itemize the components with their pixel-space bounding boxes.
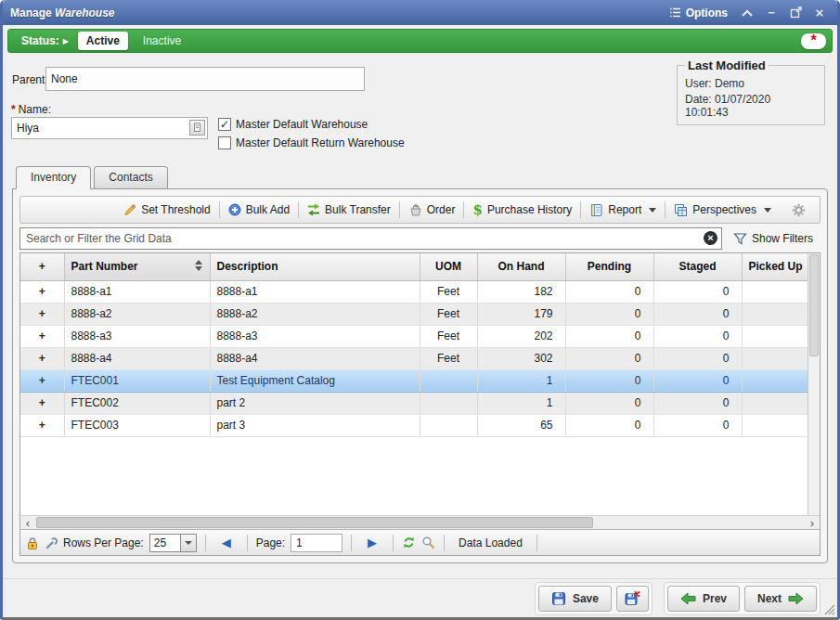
popout-button[interactable] bbox=[785, 5, 806, 21]
set-threshold-button[interactable]: Set Threshold bbox=[117, 200, 217, 219]
column-header[interactable]: Pending bbox=[565, 253, 653, 280]
cell: 8888-a4 bbox=[210, 347, 420, 369]
search-row: × Show Filters bbox=[19, 226, 821, 251]
tab-contacts[interactable]: Contacts bbox=[94, 166, 167, 188]
cell: part 3 bbox=[210, 414, 420, 436]
table-row[interactable]: +8888-a18888-a1Feet18200 bbox=[20, 280, 808, 303]
sort-icon[interactable] bbox=[195, 260, 202, 271]
column-header[interactable]: UOM bbox=[420, 253, 477, 280]
cell: 0 bbox=[653, 325, 742, 347]
options-button[interactable]: Options bbox=[664, 5, 733, 21]
last-modified-user: User: Demo bbox=[685, 77, 817, 90]
save-button[interactable]: Save bbox=[538, 586, 612, 612]
show-filters-button[interactable]: Show Filters bbox=[722, 232, 821, 246]
row-expand-button[interactable]: + bbox=[20, 325, 64, 347]
scroll-left-icon[interactable]: ‹ bbox=[20, 517, 35, 529]
purchase-history-button[interactable]: $ Purchase History bbox=[466, 199, 578, 221]
prev-button[interactable]: Prev bbox=[667, 586, 740, 612]
name-field[interactable] bbox=[11, 117, 208, 139]
perspectives-button[interactable]: Perspectives bbox=[667, 200, 778, 220]
vertical-scrollbar[interactable] bbox=[808, 253, 820, 515]
window-title: Manage Warehouse bbox=[10, 6, 114, 19]
parent-field[interactable] bbox=[45, 67, 365, 91]
next-page-button[interactable]: ▶ bbox=[360, 536, 384, 549]
cell: 0 bbox=[653, 347, 742, 369]
cell: 0 bbox=[653, 369, 742, 392]
column-header[interactable]: On Hand bbox=[477, 253, 565, 280]
inventory-grid: +Part NumberDescriptionUOMOn HandPending… bbox=[19, 252, 821, 556]
grid-settings-button[interactable] bbox=[785, 200, 812, 220]
search-input[interactable] bbox=[19, 227, 722, 250]
row-expand-button[interactable]: + bbox=[20, 369, 64, 392]
table-row[interactable]: +8888-a38888-a3Feet20200 bbox=[20, 325, 808, 347]
cell bbox=[742, 303, 808, 325]
gear-icon bbox=[792, 203, 806, 217]
table-row[interactable]: +8888-a28888-a2Feet17900 bbox=[20, 303, 808, 325]
name-field-tool-button[interactable] bbox=[189, 120, 205, 136]
cell: 1 bbox=[477, 369, 565, 392]
cell: 8888-a1 bbox=[64, 280, 210, 303]
column-header[interactable]: Part Number bbox=[64, 253, 210, 280]
cell bbox=[742, 280, 808, 303]
table-row[interactable]: +8888-a48888-a4Feet30200 bbox=[20, 347, 808, 369]
checkbox-master-return[interactable]: Master Default Return Warehouse bbox=[218, 136, 405, 149]
table-row[interactable]: +FTEC003part 36500 bbox=[20, 414, 808, 436]
page-input[interactable] bbox=[291, 534, 342, 552]
report-button[interactable]: Report bbox=[583, 200, 663, 220]
wrench-icon[interactable] bbox=[45, 536, 58, 549]
next-button[interactable]: Next bbox=[744, 586, 817, 612]
resize-grip[interactable] bbox=[823, 603, 835, 615]
search-grid-button[interactable] bbox=[421, 536, 435, 549]
column-header[interactable]: Picked Up bbox=[742, 253, 808, 280]
table-row[interactable]: +FTEC002part 2100 bbox=[20, 392, 808, 414]
column-header[interactable]: + bbox=[20, 253, 64, 280]
vertical-scrollbar-thumb[interactable] bbox=[809, 254, 819, 356]
text-tool-icon bbox=[192, 123, 202, 133]
row-expand-button[interactable]: + bbox=[20, 414, 64, 436]
cell: 302 bbox=[477, 347, 565, 369]
checkbox-master-default[interactable]: ✓ Master Default Warehouse bbox=[218, 118, 368, 131]
row-expand-button[interactable]: + bbox=[20, 303, 64, 325]
cell: 8888-a3 bbox=[64, 325, 210, 347]
grid-status-text: Data Loaded bbox=[453, 536, 528, 549]
select-dropdown-icon[interactable] bbox=[180, 535, 196, 551]
minimize-button[interactable]: − bbox=[761, 5, 782, 21]
report-dropdown-icon bbox=[649, 208, 656, 213]
save-icon bbox=[551, 591, 566, 606]
rows-per-page-select[interactable]: 25 bbox=[149, 534, 197, 552]
lock-icon[interactable] bbox=[26, 536, 39, 549]
save-close-button[interactable] bbox=[616, 586, 649, 612]
cell: 0 bbox=[565, 369, 653, 392]
table-header-row: +Part NumberDescriptionUOMOn HandPending… bbox=[20, 253, 808, 280]
horizontal-scrollbar[interactable]: ‹ › bbox=[20, 515, 820, 529]
asterisk-icon: * bbox=[810, 36, 816, 45]
cell bbox=[420, 392, 477, 414]
order-button[interactable]: Order bbox=[402, 200, 462, 219]
status-tab-inactive[interactable]: Inactive bbox=[143, 34, 181, 47]
clear-search-button[interactable]: × bbox=[704, 231, 717, 245]
transfer-arrows-icon bbox=[307, 203, 320, 216]
column-header[interactable]: Description bbox=[210, 253, 420, 280]
tab-inventory[interactable]: Inventory bbox=[16, 166, 91, 189]
required-indicator-button[interactable]: * bbox=[801, 33, 826, 49]
basket-icon bbox=[408, 203, 422, 216]
last-modified-box: Last Modified User: Demo Date: 01/07/202… bbox=[677, 58, 825, 125]
bulk-add-button[interactable]: Bulk Add bbox=[222, 200, 296, 219]
refresh-button[interactable] bbox=[402, 536, 416, 549]
status-tab-active[interactable]: Active bbox=[78, 32, 128, 50]
name-label: *Name: bbox=[11, 103, 51, 116]
close-button[interactable]: × bbox=[809, 5, 830, 21]
row-expand-button[interactable]: + bbox=[20, 347, 64, 369]
next-arrow-icon bbox=[788, 592, 804, 605]
prev-page-button[interactable]: ◀ bbox=[214, 536, 239, 549]
bulk-transfer-button[interactable]: Bulk Transfer bbox=[301, 200, 397, 219]
manage-warehouse-window: Manage Warehouse Options − bbox=[0, 0, 840, 620]
table-row[interactable]: +FTEC001Test Equipment Catalog100 bbox=[20, 369, 808, 392]
column-header[interactable]: Staged bbox=[653, 253, 742, 280]
scroll-right-icon[interactable]: › bbox=[805, 517, 820, 529]
funnel-icon bbox=[733, 232, 747, 246]
row-expand-button[interactable]: + bbox=[20, 392, 64, 414]
horizontal-scrollbar-thumb[interactable] bbox=[36, 517, 593, 528]
row-expand-button[interactable]: + bbox=[20, 280, 64, 303]
collapse-button[interactable] bbox=[737, 5, 757, 21]
